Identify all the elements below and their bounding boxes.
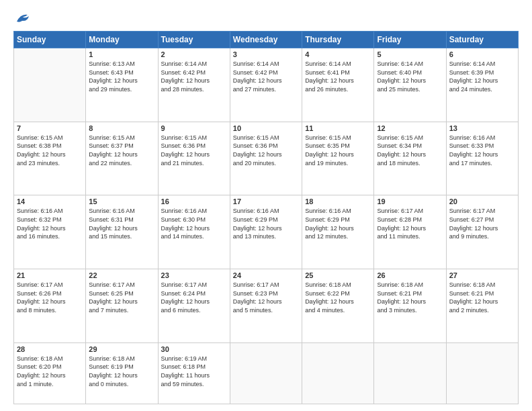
day-number: 2 <box>161 50 227 58</box>
calendar-cell: 20Sunrise: 6:17 AM Sunset: 6:27 PM Dayli… <box>446 195 518 269</box>
day-number: 8 <box>89 124 154 132</box>
day-number: 13 <box>449 124 515 132</box>
day-info: Sunrise: 6:15 AM Sunset: 6:36 PM Dayligh… <box>233 134 299 167</box>
day-info: Sunrise: 6:14 AM Sunset: 6:42 PM Dayligh… <box>161 60 227 93</box>
day-number: 3 <box>233 50 299 58</box>
logo <box>13 12 30 24</box>
day-info: Sunrise: 6:16 AM Sunset: 6:33 PM Dayligh… <box>449 134 515 167</box>
day-info: Sunrise: 6:18 AM Sunset: 6:21 PM Dayligh… <box>449 281 515 314</box>
day-info: Sunrise: 6:17 AM Sunset: 6:27 PM Dayligh… <box>449 207 515 240</box>
weekday-header-sunday: Sunday <box>14 32 86 48</box>
day-number: 19 <box>377 197 443 205</box>
calendar-cell: 28Sunrise: 6:18 AM Sunset: 6:20 PM Dayli… <box>14 342 86 404</box>
calendar-cell: 11Sunrise: 6:15 AM Sunset: 6:35 PM Dayli… <box>302 122 374 195</box>
weekday-header-wednesday: Wednesday <box>230 32 302 48</box>
header <box>13 12 519 24</box>
week-row-1: 1Sunrise: 6:13 AM Sunset: 6:43 PM Daylig… <box>14 48 519 122</box>
day-number: 18 <box>305 197 371 205</box>
calendar-cell: 26Sunrise: 6:18 AM Sunset: 6:21 PM Dayli… <box>374 269 446 343</box>
calendar-cell: 2Sunrise: 6:14 AM Sunset: 6:42 PM Daylig… <box>158 48 230 122</box>
calendar-cell: 22Sunrise: 6:17 AM Sunset: 6:25 PM Dayli… <box>86 269 158 343</box>
day-info: Sunrise: 6:14 AM Sunset: 6:41 PM Dayligh… <box>305 60 371 93</box>
day-info: Sunrise: 6:18 AM Sunset: 6:19 PM Dayligh… <box>89 355 154 388</box>
day-number: 12 <box>377 124 443 132</box>
day-number: 24 <box>233 271 299 279</box>
calendar-cell: 21Sunrise: 6:17 AM Sunset: 6:26 PM Dayli… <box>14 269 86 343</box>
calendar-cell: 25Sunrise: 6:18 AM Sunset: 6:22 PM Dayli… <box>302 269 374 343</box>
day-number: 11 <box>305 124 371 132</box>
week-row-2: 7Sunrise: 6:15 AM Sunset: 6:38 PM Daylig… <box>14 122 519 195</box>
calendar-cell: 5Sunrise: 6:14 AM Sunset: 6:40 PM Daylig… <box>374 48 446 122</box>
calendar-cell: 24Sunrise: 6:17 AM Sunset: 6:23 PM Dayli… <box>230 269 302 343</box>
logo-bird-icon <box>15 12 30 24</box>
day-info: Sunrise: 6:17 AM Sunset: 6:26 PM Dayligh… <box>17 281 83 314</box>
calendar-cell: 6Sunrise: 6:14 AM Sunset: 6:39 PM Daylig… <box>446 48 518 122</box>
day-number: 10 <box>233 124 299 132</box>
weekday-header-row: SundayMondayTuesdayWednesdayThursdayFrid… <box>14 32 519 48</box>
day-info: Sunrise: 6:18 AM Sunset: 6:20 PM Dayligh… <box>17 355 83 388</box>
day-info: Sunrise: 6:14 AM Sunset: 6:40 PM Dayligh… <box>377 60 443 93</box>
day-number: 30 <box>161 345 227 353</box>
day-info: Sunrise: 6:17 AM Sunset: 6:24 PM Dayligh… <box>161 281 227 314</box>
day-info: Sunrise: 6:17 AM Sunset: 6:25 PM Dayligh… <box>89 281 154 314</box>
calendar-cell: 18Sunrise: 6:16 AM Sunset: 6:29 PM Dayli… <box>302 195 374 269</box>
day-info: Sunrise: 6:14 AM Sunset: 6:39 PM Dayligh… <box>449 60 515 93</box>
calendar-cell <box>446 342 518 404</box>
day-info: Sunrise: 6:17 AM Sunset: 6:23 PM Dayligh… <box>233 281 299 314</box>
calendar-cell: 9Sunrise: 6:15 AM Sunset: 6:36 PM Daylig… <box>158 122 230 195</box>
day-info: Sunrise: 6:16 AM Sunset: 6:30 PM Dayligh… <box>161 207 227 240</box>
day-info: Sunrise: 6:19 AM Sunset: 6:18 PM Dayligh… <box>161 355 227 388</box>
day-number: 4 <box>305 50 371 58</box>
week-row-3: 14Sunrise: 6:16 AM Sunset: 6:32 PM Dayli… <box>14 195 519 269</box>
day-number: 15 <box>89 197 154 205</box>
day-info: Sunrise: 6:16 AM Sunset: 6:29 PM Dayligh… <box>305 207 371 240</box>
calendar-cell: 14Sunrise: 6:16 AM Sunset: 6:32 PM Dayli… <box>14 195 86 269</box>
day-number: 26 <box>377 271 443 279</box>
day-info: Sunrise: 6:16 AM Sunset: 6:29 PM Dayligh… <box>233 207 299 240</box>
day-number: 23 <box>161 271 227 279</box>
day-number: 7 <box>17 124 83 132</box>
calendar-cell: 16Sunrise: 6:16 AM Sunset: 6:30 PM Dayli… <box>158 195 230 269</box>
calendar-cell: 4Sunrise: 6:14 AM Sunset: 6:41 PM Daylig… <box>302 48 374 122</box>
calendar-cell <box>14 48 86 122</box>
day-info: Sunrise: 6:17 AM Sunset: 6:28 PM Dayligh… <box>377 207 443 240</box>
day-info: Sunrise: 6:13 AM Sunset: 6:43 PM Dayligh… <box>89 60 154 93</box>
day-number: 1 <box>89 50 154 58</box>
day-number: 9 <box>161 124 227 132</box>
day-info: Sunrise: 6:15 AM Sunset: 6:34 PM Dayligh… <box>377 134 443 167</box>
calendar-cell: 1Sunrise: 6:13 AM Sunset: 6:43 PM Daylig… <box>86 48 158 122</box>
day-number: 29 <box>89 345 154 353</box>
calendar-cell: 19Sunrise: 6:17 AM Sunset: 6:28 PM Dayli… <box>374 195 446 269</box>
weekday-header-saturday: Saturday <box>446 32 518 48</box>
day-number: 28 <box>17 345 83 353</box>
calendar-cell: 23Sunrise: 6:17 AM Sunset: 6:24 PM Dayli… <box>158 269 230 343</box>
calendar-cell <box>230 342 302 404</box>
calendar-cell: 15Sunrise: 6:16 AM Sunset: 6:31 PM Dayli… <box>86 195 158 269</box>
weekday-header-tuesday: Tuesday <box>158 32 230 48</box>
day-info: Sunrise: 6:16 AM Sunset: 6:31 PM Dayligh… <box>89 207 154 240</box>
day-number: 21 <box>17 271 83 279</box>
day-info: Sunrise: 6:18 AM Sunset: 6:22 PM Dayligh… <box>305 281 371 314</box>
day-info: Sunrise: 6:15 AM Sunset: 6:35 PM Dayligh… <box>305 134 371 167</box>
calendar-cell: 10Sunrise: 6:15 AM Sunset: 6:36 PM Dayli… <box>230 122 302 195</box>
calendar-cell: 29Sunrise: 6:18 AM Sunset: 6:19 PM Dayli… <box>86 342 158 404</box>
day-number: 16 <box>161 197 227 205</box>
day-number: 27 <box>449 271 515 279</box>
day-number: 17 <box>233 197 299 205</box>
page: SundayMondayTuesdayWednesdayThursdayFrid… <box>0 0 532 411</box>
day-number: 14 <box>17 197 83 205</box>
calendar-table: SundayMondayTuesdayWednesdayThursdayFrid… <box>13 31 519 404</box>
calendar-cell: 27Sunrise: 6:18 AM Sunset: 6:21 PM Dayli… <box>446 269 518 343</box>
calendar-cell <box>374 342 446 404</box>
day-info: Sunrise: 6:16 AM Sunset: 6:32 PM Dayligh… <box>17 207 83 240</box>
calendar-cell <box>302 342 374 404</box>
calendar-cell: 8Sunrise: 6:15 AM Sunset: 6:37 PM Daylig… <box>86 122 158 195</box>
day-number: 5 <box>377 50 443 58</box>
day-info: Sunrise: 6:15 AM Sunset: 6:38 PM Dayligh… <box>17 134 83 167</box>
day-info: Sunrise: 6:15 AM Sunset: 6:37 PM Dayligh… <box>89 134 154 167</box>
day-number: 25 <box>305 271 371 279</box>
calendar-cell: 7Sunrise: 6:15 AM Sunset: 6:38 PM Daylig… <box>14 122 86 195</box>
weekday-header-thursday: Thursday <box>302 32 374 48</box>
week-row-4: 21Sunrise: 6:17 AM Sunset: 6:26 PM Dayli… <box>14 269 519 343</box>
day-number: 20 <box>449 197 515 205</box>
